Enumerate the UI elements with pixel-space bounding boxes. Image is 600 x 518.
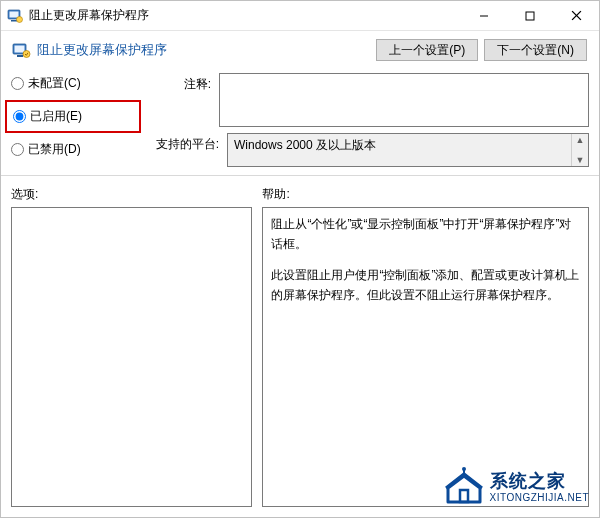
header-title: 阻止更改屏幕保护程序 bbox=[37, 41, 167, 59]
config-section: 未配置(C) 已启用(E) 已禁用(D) 注释: 支持的平台: W bbox=[1, 65, 599, 171]
next-setting-button[interactable]: 下一个设置(N) bbox=[484, 39, 587, 61]
radio-disabled-label: 已禁用(D) bbox=[28, 141, 81, 158]
svg-rect-10 bbox=[17, 55, 23, 57]
platform-box: Windows 2000 及以上版本 ▲ ▼ bbox=[227, 133, 589, 167]
watermark-logo-icon bbox=[444, 466, 484, 509]
options-label: 选项: bbox=[11, 186, 252, 203]
watermark-text: 系统之家 XITONGZHIJIA.NET bbox=[490, 472, 590, 503]
options-box[interactable] bbox=[11, 207, 252, 507]
svg-rect-1 bbox=[10, 11, 19, 17]
enabled-highlight: 已启用(E) bbox=[5, 100, 141, 133]
bottom-area: 选项: 帮助: 阻止从“个性化”或“显示控制面板”中打开“屏幕保护程序”对话框。… bbox=[1, 180, 599, 517]
svg-point-11 bbox=[23, 51, 30, 58]
radio-not-configured[interactable]: 未配置(C) bbox=[11, 75, 141, 92]
radio-disabled-input[interactable] bbox=[11, 143, 24, 156]
app-icon bbox=[7, 8, 23, 24]
radio-column: 未配置(C) 已启用(E) 已禁用(D) bbox=[11, 73, 141, 167]
watermark-cn: 系统之家 bbox=[490, 472, 590, 492]
comment-textarea[interactable] bbox=[219, 73, 589, 127]
watermark-en: XITONGZHIJIA.NET bbox=[490, 492, 590, 503]
svg-point-3 bbox=[17, 16, 23, 22]
radio-enabled[interactable]: 已启用(E) bbox=[13, 108, 133, 125]
previous-setting-button[interactable]: 上一个设置(P) bbox=[376, 39, 478, 61]
platform-value: Windows 2000 及以上版本 bbox=[234, 138, 376, 152]
platform-row: 支持的平台: Windows 2000 及以上版本 ▲ ▼ bbox=[151, 133, 589, 167]
platform-label: 支持的平台: bbox=[151, 133, 219, 153]
scroll-down-icon[interactable]: ▼ bbox=[576, 154, 585, 166]
divider bbox=[1, 175, 599, 176]
minimize-button[interactable] bbox=[461, 1, 507, 30]
help-paragraph-1: 阻止从“个性化”或“显示控制面板”中打开“屏幕保护程序”对话框。 bbox=[271, 214, 580, 255]
svg-rect-2 bbox=[11, 20, 17, 22]
radio-disabled[interactable]: 已禁用(D) bbox=[11, 141, 141, 158]
window-controls bbox=[461, 1, 599, 30]
svg-rect-12 bbox=[460, 490, 468, 502]
scroll-up-icon[interactable]: ▲ bbox=[576, 134, 585, 146]
radio-enabled-label: 已启用(E) bbox=[30, 108, 82, 125]
nav-buttons: 上一个设置(P) 下一个设置(N) bbox=[376, 39, 587, 61]
fields-column: 注释: 支持的平台: Windows 2000 及以上版本 ▲ ▼ bbox=[151, 73, 589, 167]
titlebar: 阻止更改屏幕保护程序 bbox=[1, 1, 599, 31]
platform-scrollbar[interactable]: ▲ ▼ bbox=[571, 134, 588, 166]
comment-row: 注释: bbox=[151, 73, 589, 127]
title-text: 阻止更改屏幕保护程序 bbox=[29, 7, 461, 24]
header-row: 阻止更改屏幕保护程序 上一个设置(P) 下一个设置(N) bbox=[1, 31, 599, 65]
close-button[interactable] bbox=[553, 1, 599, 30]
maximize-button[interactable] bbox=[507, 1, 553, 30]
policy-window: 阻止更改屏幕保护程序 阻止 bbox=[0, 0, 600, 518]
watermark: 系统之家 XITONGZHIJIA.NET bbox=[444, 466, 590, 509]
radio-enabled-input[interactable] bbox=[13, 110, 26, 123]
help-label: 帮助: bbox=[262, 186, 589, 203]
comment-label: 注释: bbox=[151, 73, 211, 93]
help-box[interactable]: 阻止从“个性化”或“显示控制面板”中打开“屏幕保护程序”对话框。 此设置阻止用户… bbox=[262, 207, 589, 507]
help-paragraph-2: 此设置阻止用户使用“控制面板”添加、配置或更改计算机上的屏幕保护程序。但此设置不… bbox=[271, 265, 580, 306]
options-column: 选项: bbox=[11, 186, 252, 507]
help-column: 帮助: 阻止从“个性化”或“显示控制面板”中打开“屏幕保护程序”对话框。 此设置… bbox=[262, 186, 589, 507]
radio-not-configured-input[interactable] bbox=[11, 77, 24, 90]
svg-rect-9 bbox=[15, 46, 25, 53]
header-left: 阻止更改屏幕保护程序 bbox=[11, 40, 368, 60]
radio-not-configured-label: 未配置(C) bbox=[28, 75, 81, 92]
policy-icon bbox=[11, 40, 31, 60]
svg-rect-5 bbox=[526, 12, 534, 20]
